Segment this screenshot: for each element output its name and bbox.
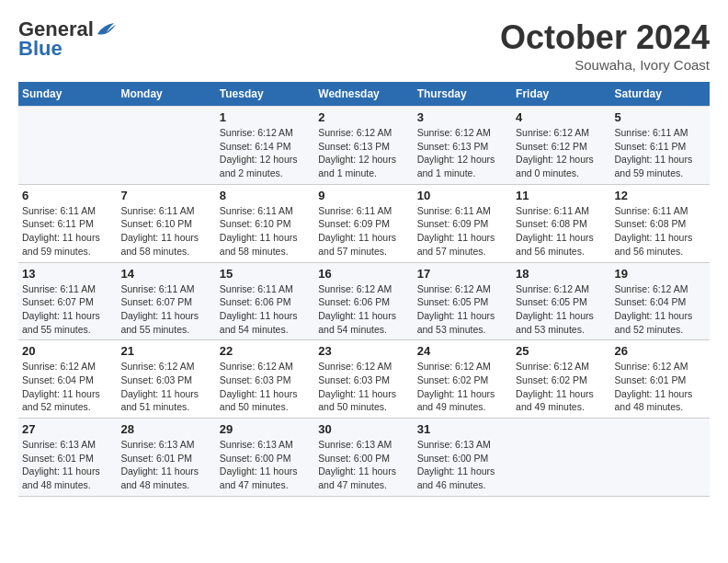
day-info: Sunrise: 6:11 AM Sunset: 6:08 PM Dayligh… bbox=[516, 204, 607, 259]
day-number: 31 bbox=[417, 422, 508, 436]
day-info: Sunrise: 6:12 AM Sunset: 6:03 PM Dayligh… bbox=[318, 360, 409, 414]
calendar-week-row: 1Sunrise: 6:12 AM Sunset: 6:14 PM Daylig… bbox=[18, 107, 710, 185]
calendar-cell: 24Sunrise: 6:12 AM Sunset: 6:02 PM Dayli… bbox=[414, 340, 512, 419]
day-info: Sunrise: 6:11 AM Sunset: 6:09 PM Dayligh… bbox=[417, 204, 508, 259]
calendar-cell: 15Sunrise: 6:11 AM Sunset: 6:06 PM Dayli… bbox=[216, 262, 314, 340]
day-number: 24 bbox=[417, 344, 508, 358]
day-number: 11 bbox=[516, 189, 607, 202]
weekday-header-wednesday: Wednesday bbox=[314, 82, 413, 107]
day-number: 4 bbox=[516, 110, 607, 124]
day-info: Sunrise: 6:12 AM Sunset: 6:05 PM Dayligh… bbox=[516, 282, 607, 337]
weekday-header-friday: Friday bbox=[512, 82, 610, 107]
day-info: Sunrise: 6:12 AM Sunset: 6:13 PM Dayligh… bbox=[417, 126, 508, 180]
calendar-cell: 27Sunrise: 6:13 AM Sunset: 6:01 PM Dayli… bbox=[18, 419, 117, 497]
day-info: Sunrise: 6:12 AM Sunset: 6:02 PM Dayligh… bbox=[516, 360, 607, 414]
day-info: Sunrise: 6:13 AM Sunset: 6:00 PM Dayligh… bbox=[318, 438, 409, 492]
logo-blue: Blue bbox=[18, 37, 63, 61]
calendar-week-row: 20Sunrise: 6:12 AM Sunset: 6:04 PM Dayli… bbox=[18, 340, 710, 419]
calendar-week-row: 13Sunrise: 6:11 AM Sunset: 6:07 PM Dayli… bbox=[18, 262, 710, 340]
logo: General Blue bbox=[18, 18, 116, 61]
day-info: Sunrise: 6:13 AM Sunset: 6:00 PM Dayligh… bbox=[417, 438, 508, 492]
day-number: 20 bbox=[22, 344, 113, 358]
calendar-cell bbox=[611, 419, 710, 497]
day-number: 28 bbox=[120, 422, 211, 436]
calendar-cell: 7Sunrise: 6:11 AM Sunset: 6:10 PM Daylig… bbox=[117, 184, 215, 262]
calendar-cell: 2Sunrise: 6:12 AM Sunset: 6:13 PM Daylig… bbox=[314, 107, 413, 185]
calendar-cell: 1Sunrise: 6:12 AM Sunset: 6:14 PM Daylig… bbox=[216, 107, 314, 185]
calendar-cell: 6Sunrise: 6:11 AM Sunset: 6:11 PM Daylig… bbox=[18, 184, 117, 262]
calendar-cell: 13Sunrise: 6:11 AM Sunset: 6:07 PM Dayli… bbox=[18, 262, 117, 340]
day-info: Sunrise: 6:12 AM Sunset: 6:03 PM Dayligh… bbox=[220, 360, 311, 414]
calendar-cell: 8Sunrise: 6:11 AM Sunset: 6:10 PM Daylig… bbox=[216, 184, 314, 262]
month-title: October 2024 bbox=[500, 18, 710, 57]
calendar-cell bbox=[117, 107, 215, 185]
calendar-cell: 11Sunrise: 6:11 AM Sunset: 6:08 PM Dayli… bbox=[512, 184, 610, 262]
day-info: Sunrise: 6:12 AM Sunset: 6:14 PM Dayligh… bbox=[220, 126, 311, 180]
logo-bird-icon bbox=[96, 23, 116, 38]
day-number: 15 bbox=[220, 267, 311, 281]
day-info: Sunrise: 6:12 AM Sunset: 6:12 PM Dayligh… bbox=[516, 126, 607, 180]
day-number: 30 bbox=[318, 422, 409, 436]
day-info: Sunrise: 6:13 AM Sunset: 6:00 PM Dayligh… bbox=[220, 438, 311, 492]
calendar-cell: 23Sunrise: 6:12 AM Sunset: 6:03 PM Dayli… bbox=[314, 340, 413, 419]
day-number: 16 bbox=[318, 267, 409, 281]
day-info: Sunrise: 6:11 AM Sunset: 6:06 PM Dayligh… bbox=[220, 282, 311, 337]
calendar-cell: 17Sunrise: 6:12 AM Sunset: 6:05 PM Dayli… bbox=[414, 262, 512, 340]
calendar-cell: 22Sunrise: 6:12 AM Sunset: 6:03 PM Dayli… bbox=[216, 340, 314, 419]
day-info: Sunrise: 6:12 AM Sunset: 6:04 PM Dayligh… bbox=[615, 282, 706, 337]
calendar-week-row: 6Sunrise: 6:11 AM Sunset: 6:11 PM Daylig… bbox=[18, 184, 710, 262]
day-info: Sunrise: 6:12 AM Sunset: 6:01 PM Dayligh… bbox=[615, 360, 706, 414]
day-number: 23 bbox=[318, 344, 409, 358]
weekday-header-monday: Monday bbox=[117, 82, 215, 107]
day-number: 12 bbox=[615, 189, 706, 202]
day-info: Sunrise: 6:11 AM Sunset: 6:10 PM Dayligh… bbox=[120, 204, 211, 259]
day-number: 5 bbox=[615, 110, 706, 124]
day-info: Sunrise: 6:12 AM Sunset: 6:03 PM Dayligh… bbox=[120, 360, 211, 414]
calendar-cell: 18Sunrise: 6:12 AM Sunset: 6:05 PM Dayli… bbox=[512, 262, 610, 340]
day-number: 14 bbox=[120, 267, 211, 281]
calendar-cell bbox=[18, 107, 117, 185]
day-number: 29 bbox=[220, 422, 311, 436]
day-number: 26 bbox=[615, 344, 706, 358]
calendar-cell: 10Sunrise: 6:11 AM Sunset: 6:09 PM Dayli… bbox=[414, 184, 512, 262]
weekday-header-thursday: Thursday bbox=[414, 82, 512, 107]
calendar-week-row: 27Sunrise: 6:13 AM Sunset: 6:01 PM Dayli… bbox=[18, 419, 710, 497]
calendar-cell: 14Sunrise: 6:11 AM Sunset: 6:07 PM Dayli… bbox=[117, 262, 215, 340]
day-info: Sunrise: 6:12 AM Sunset: 6:04 PM Dayligh… bbox=[22, 360, 113, 414]
calendar-cell: 29Sunrise: 6:13 AM Sunset: 6:00 PM Dayli… bbox=[216, 419, 314, 497]
day-info: Sunrise: 6:11 AM Sunset: 6:07 PM Dayligh… bbox=[22, 282, 113, 337]
calendar-cell: 21Sunrise: 6:12 AM Sunset: 6:03 PM Dayli… bbox=[117, 340, 215, 419]
day-number: 18 bbox=[516, 267, 607, 281]
day-number: 13 bbox=[22, 267, 113, 281]
calendar-cell: 19Sunrise: 6:12 AM Sunset: 6:04 PM Dayli… bbox=[611, 262, 710, 340]
day-number: 10 bbox=[417, 189, 508, 202]
weekday-header-tuesday: Tuesday bbox=[216, 82, 314, 107]
calendar-cell: 9Sunrise: 6:11 AM Sunset: 6:09 PM Daylig… bbox=[314, 184, 413, 262]
day-number: 25 bbox=[516, 344, 607, 358]
weekday-header-saturday: Saturday bbox=[611, 82, 710, 107]
title-area: October 2024 Souwaha, Ivory Coast bbox=[500, 18, 710, 73]
day-number: 17 bbox=[417, 267, 508, 281]
day-number: 22 bbox=[220, 344, 311, 358]
calendar-cell bbox=[512, 419, 610, 497]
day-number: 27 bbox=[22, 422, 113, 436]
day-number: 6 bbox=[22, 189, 113, 202]
day-number: 3 bbox=[417, 110, 508, 124]
day-info: Sunrise: 6:11 AM Sunset: 6:08 PM Dayligh… bbox=[615, 204, 706, 259]
calendar-cell: 28Sunrise: 6:13 AM Sunset: 6:01 PM Dayli… bbox=[117, 419, 215, 497]
day-number: 21 bbox=[120, 344, 211, 358]
calendar-cell: 4Sunrise: 6:12 AM Sunset: 6:12 PM Daylig… bbox=[512, 107, 610, 185]
header: General Blue October 2024 Souwaha, Ivory… bbox=[18, 18, 710, 73]
day-info: Sunrise: 6:11 AM Sunset: 6:11 PM Dayligh… bbox=[22, 204, 113, 259]
day-number: 9 bbox=[318, 189, 409, 202]
calendar-cell: 12Sunrise: 6:11 AM Sunset: 6:08 PM Dayli… bbox=[611, 184, 710, 262]
day-info: Sunrise: 6:12 AM Sunset: 6:05 PM Dayligh… bbox=[417, 282, 508, 337]
day-info: Sunrise: 6:13 AM Sunset: 6:01 PM Dayligh… bbox=[22, 438, 113, 492]
day-info: Sunrise: 6:11 AM Sunset: 6:10 PM Dayligh… bbox=[220, 204, 311, 259]
day-number: 7 bbox=[120, 189, 211, 202]
day-number: 19 bbox=[615, 267, 706, 281]
calendar-cell: 5Sunrise: 6:11 AM Sunset: 6:11 PM Daylig… bbox=[611, 107, 710, 185]
day-info: Sunrise: 6:11 AM Sunset: 6:09 PM Dayligh… bbox=[318, 204, 409, 259]
day-info: Sunrise: 6:11 AM Sunset: 6:07 PM Dayligh… bbox=[120, 282, 211, 337]
calendar-cell: 16Sunrise: 6:12 AM Sunset: 6:06 PM Dayli… bbox=[314, 262, 413, 340]
